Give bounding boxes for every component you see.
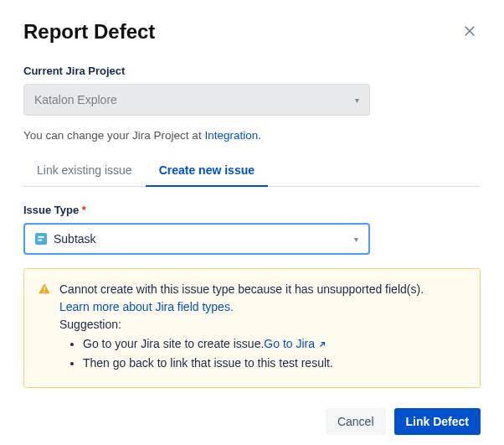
tab-create-new[interactable]: Create new issue [146, 155, 268, 187]
help-prefix: You can change your Jira Project at [23, 129, 204, 142]
step1-text: Go to your Jira site to create issue. [83, 337, 264, 350]
external-link-icon [317, 339, 327, 349]
project-label: Current Jira Project [23, 65, 481, 77]
close-icon [462, 23, 477, 41]
cancel-button[interactable]: Cancel [326, 408, 386, 435]
warning-message: Cannot create with this issue type becau… [59, 282, 424, 296]
warning-content: Cannot create with this issue type becau… [59, 281, 424, 374]
warning-icon [38, 282, 51, 374]
go-to-jira-link[interactable]: Go to Jira [264, 337, 327, 350]
dialog-title: Report Defect [23, 20, 155, 44]
issue-type-label: Issue Type * [23, 204, 481, 216]
svg-rect-2 [38, 236, 44, 238]
learn-more-link[interactable]: Learn more about Jira field types. [59, 300, 234, 313]
project-select[interactable]: Katalon Explore ▾ [23, 84, 370, 116]
link-defect-button[interactable]: Link Defect [394, 408, 481, 435]
warning-panel: Cannot create with this issue type becau… [23, 268, 481, 388]
project-value: Katalon Explore [34, 93, 117, 106]
required-asterisk: * [82, 204, 86, 216]
chevron-down-icon: ▾ [354, 235, 358, 244]
issue-type-value: Subtask [54, 232, 347, 246]
dialog-footer: Cancel Link Defect [23, 408, 481, 435]
chevron-down-icon: ▾ [355, 96, 359, 105]
svg-rect-5 [44, 292, 44, 292]
integration-link[interactable]: Integration. [204, 129, 261, 142]
suggestion-item-1: Go to your Jira site to create issue.Go … [83, 335, 424, 353]
svg-rect-4 [44, 287, 44, 290]
subtask-icon [35, 233, 47, 245]
go-to-jira-text: Go to Jira [264, 337, 315, 350]
tab-bar: Link existing issue Create new issue [23, 155, 481, 187]
dialog-header: Report Defect [23, 20, 481, 44]
issue-type-select[interactable]: Subtask ▾ [23, 223, 370, 255]
suggestion-list: Go to your Jira site to create issue.Go … [59, 335, 424, 372]
suggestion-item-2: Then go back to link that issue to this … [83, 354, 424, 372]
svg-rect-3 [38, 240, 42, 241]
project-help-text: You can change your Jira Project at Inte… [23, 129, 481, 142]
report-defect-dialog: Report Defect Current Jira Project Katal… [0, 0, 504, 445]
close-button[interactable] [459, 20, 481, 44]
tab-link-existing[interactable]: Link existing issue [23, 155, 146, 187]
issue-type-label-text: Issue Type [23, 204, 79, 216]
suggestion-label: Suggestion: [59, 318, 121, 331]
